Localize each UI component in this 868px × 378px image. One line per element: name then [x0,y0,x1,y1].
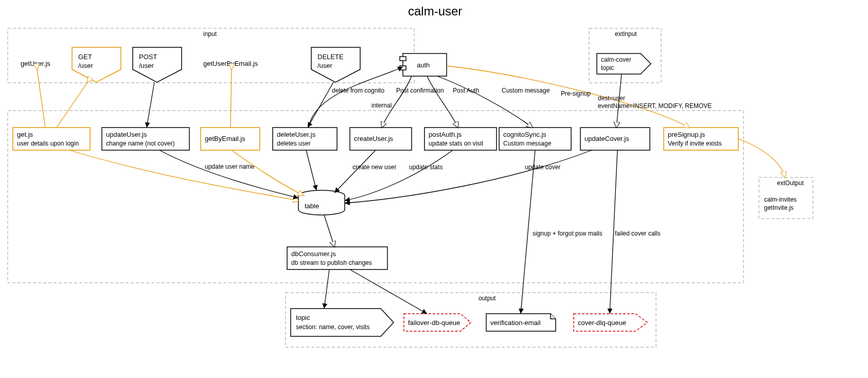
lambda-getbyemail: getByEmail.js [201,128,260,150]
cluster-extinput-label: extInput [615,30,637,38]
svg-text:deleteUser.js: deleteUser.js [277,131,316,138]
lambda-get: get.js user details upon login [13,128,90,150]
edge-label-updateusername: update user name [205,163,255,170]
svg-text:change name (not cover): change name (not cover) [106,140,174,147]
edge-getbyemail-table [232,150,304,195]
edge-post-updateuser [147,82,154,128]
svg-text:section:  name, cover, visits: section: name, cover, visits [296,323,369,331]
svg-text:preSignup.js: preSignup.js [668,131,705,138]
svg-text:GET: GET [78,53,92,61]
svg-text:POST: POST [139,53,157,61]
page-title: calm-user [408,4,462,18]
edge-dbconsumer-failover [350,269,427,314]
edge-getjs-to-getuser [37,69,45,128]
lambda-deleteuser: deleteUser.js deletes user [273,128,337,150]
pentagon-get-user: GET /user [72,47,121,82]
lambda-postauth: postAuth.js update stats on visit [424,128,497,150]
pentagon-delete-user: DELETE /user [311,47,360,82]
edge-table-dbconsumer [324,215,334,247]
edge-label-internal: internal [371,102,392,109]
svg-text:get.js: get.js [17,131,33,138]
edge-delete-deleteuser [308,82,333,128]
svg-text:createUser.js: createUser.js [354,135,393,142]
svg-text:updateUser.js: updateUser.js [106,131,147,138]
lambda-createuser: createUser.js [350,128,412,150]
edge-dbconsumer-topic [324,269,329,309]
svg-text:table: table [305,202,319,210]
edge-label-failedcover: failed cover calls [615,230,661,237]
label-getuserbyemail: getUserByEmail.js [203,60,258,67]
edge-label-createnewuser: create new user [352,164,396,171]
svg-text:Custom message: Custom message [503,140,552,147]
svg-text:updateCover.js: updateCover.js [584,135,629,142]
extoutput-line2: getInvite.js [764,204,793,211]
output-failover: failover-db-queue [404,314,471,331]
svg-text:Verify if invite exists: Verify if invite exists [668,140,722,147]
lambda-updateuser: updateUser.js change name (not cover) [102,128,189,150]
output-verification: verification-email [486,314,556,331]
svg-text:verification-email: verification-email [490,319,541,327]
edge-deleteuser-table [306,150,316,190]
dbconsumer-box: dbConsumer.js db stream to publish chang… [287,247,387,269]
auth-component: auth [400,53,447,76]
svg-text:/user: /user [78,62,94,69]
svg-text:db stream to publish changes: db stream to publish changes [291,259,372,266]
lambda-cognitosync: cognitoSync.js Custom message [499,128,571,150]
pentagon-post-user: POST /user [133,47,182,82]
svg-text:/user: /user [139,62,154,69]
ext-input-topic: calm-cover topic [597,53,651,74]
svg-text:topic: topic [296,314,310,321]
svg-text:DELETE: DELETE [317,53,344,61]
cluster-input-label: input [203,30,217,38]
label-getuser: getUser.js [21,60,50,67]
edge-get-table [69,150,298,201]
edge-auth-postauth [427,76,458,128]
edge-createuser-table [334,150,376,193]
lambda-presignup: preSignup.js Verify if invite exists [664,128,738,150]
cluster-extoutput-label: extOutput [777,179,804,187]
table-cylinder: table [298,190,345,215]
svg-text:/user: /user [317,62,333,69]
edge-getjs-to-getpent [57,82,87,128]
svg-text:user details upon login: user details upon login [17,140,79,147]
lambda-updatecover: updateCover.js [580,128,650,150]
svg-rect-10 [400,57,406,61]
edge-label-delete-cognito: delete from cognito [332,87,384,94]
edge-label-destuser: dest=user [598,95,625,102]
svg-text:postAuth.js: postAuth.js [429,131,462,138]
edge-label-custommsg: Custom message [502,87,550,94]
svg-text:calm-cover: calm-cover [601,56,631,63]
edge-auth-cognitosync [437,76,533,128]
output-topic: topic section: name, cover, visits [291,309,394,336]
edge-label-updatestats: update stats [409,164,442,171]
svg-text:getByEmail.js: getByEmail.js [205,135,245,142]
svg-text:deletes user: deletes user [277,140,310,147]
edge-label-presignup: Pre-signup [561,90,591,97]
output-coverdlq: cover-dlq-queue [574,314,647,331]
edge-getbyemail [231,69,232,128]
edge-label-updatecover: update cover [525,164,560,171]
cluster-output-label: output [479,295,496,302]
edge-label-signupforgot: signup + forgot psw mails [533,230,603,237]
svg-text:cognitoSync.js: cognitoSync.js [503,131,546,138]
edge-updatecover-table [345,150,592,203]
edge-updateuser-table [160,150,298,198]
svg-text:update stats on visit: update stats on visit [429,140,484,147]
svg-text:auth: auth [417,61,430,69]
svg-text:cover-dlq-queue: cover-dlq-queue [578,319,626,327]
edge-postauth-table [345,150,453,201]
edge-presignup-extoutput [738,139,785,177]
svg-text:dbConsumer.js: dbConsumer.js [291,250,336,258]
svg-marker-44 [291,309,394,336]
svg-text:topic: topic [601,64,614,71]
extoutput-line1: calm-invites [764,196,796,203]
svg-text:failover-db-queue: failover-db-queue [408,319,460,327]
edge-label-eventname: eventName=INSERT, MODIFY, REMOVE [598,102,712,110]
